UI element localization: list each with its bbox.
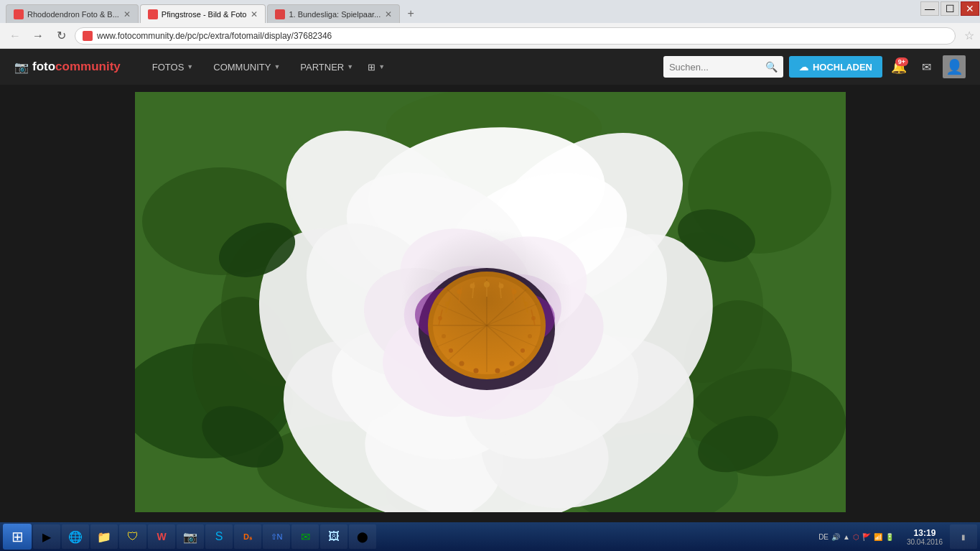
user-avatar[interactable]: 👤 <box>943 55 966 78</box>
tray-up: ▲ <box>843 533 850 541</box>
clock-time: 13:19 <box>914 528 936 538</box>
svg-point-77 <box>401 228 573 372</box>
taskbar: ⊞ ▶ 🌐 📁 🛡 W 📷 S Dₛ ⇧N ✉ <box>0 522 980 551</box>
url-bar[interactable]: www.fotocommunity.de/pc/pc/extra/fotomai… <box>75 27 956 45</box>
browser-window: Rhododendron Foto & B... ✕ Pfingstrose -… <box>0 0 980 522</box>
grid-icon: ⊞ <box>368 62 375 73</box>
design-icon: Dₛ <box>243 532 252 542</box>
community-caret: ▼ <box>274 63 280 70</box>
grid-caret: ▼ <box>378 63 385 70</box>
browser-maximize-button[interactable]: ☐ <box>941 1 959 16</box>
tab-pfingstrose[interactable]: Pfingstrose - Bild & Foto ✕ <box>140 4 266 23</box>
search-input[interactable] <box>669 62 762 73</box>
photo-icon: 📷 <box>183 530 197 544</box>
show-desktop-button[interactable]: ▮ <box>950 524 977 549</box>
taskbar-shift[interactable]: ⇧N <box>263 524 290 549</box>
taskbar-photo[interactable]: 📷 <box>177 524 204 549</box>
nav-right: 🔍 ☁ HOCHLADEN 🔔 9+ ✉ 👤 <box>663 55 966 78</box>
taskbar-security[interactable]: 🛡 <box>119 524 146 549</box>
tab-bar: Rhododendron Foto & B... ✕ Pfingstrose -… <box>0 0 980 23</box>
media-icon: ▶ <box>42 530 51 544</box>
new-tab-button[interactable]: + <box>401 4 420 23</box>
chrome-icon: ⬤ <box>357 531 368 542</box>
flower-image <box>135 92 846 512</box>
back-button[interactable]: ← <box>6 27 24 45</box>
tray-lang: DE <box>818 533 829 541</box>
ie-icon: 🌐 <box>68 530 83 544</box>
browser-minimize-button[interactable]: — <box>920 1 939 16</box>
notification-badge: 9+ <box>895 57 908 66</box>
taskbar-design[interactable]: Dₛ <box>234 524 261 549</box>
taskbar-chrome[interactable]: ⬤ <box>349 524 376 549</box>
tab-label-3: 1. Bundesliga: Spielpaar... <box>289 10 381 19</box>
tray-network: 📶 <box>874 533 882 541</box>
address-bar: ← → ↻ www.fotocommunity.de/pc/pc/extra/f… <box>0 23 980 49</box>
skype-icon: S <box>215 530 223 543</box>
site-navbar: 📷 fotocommunity FOTOS ▼ COMMUNITY ▼ PART… <box>0 49 980 85</box>
nav-grid[interactable]: ⊞ ▼ <box>363 49 389 85</box>
bookmark-button[interactable]: ☆ <box>964 29 974 42</box>
taskbar-skype[interactable]: S <box>205 524 233 549</box>
tab-close-2[interactable]: ✕ <box>251 9 258 19</box>
upload-label: HOCHLADEN <box>813 62 872 73</box>
clock-date: 30.04.2016 <box>907 538 943 546</box>
tab-close-3[interactable]: ✕ <box>385 9 392 19</box>
mail-button[interactable]: ✉ <box>915 56 937 78</box>
start-button[interactable]: ⊞ <box>3 524 32 550</box>
tab-favicon-2 <box>148 9 158 19</box>
taskbar-word[interactable]: W <box>148 524 175 549</box>
word-icon: W <box>157 531 166 542</box>
tab-close-1[interactable]: ✕ <box>123 9 131 19</box>
partner-caret: ▼ <box>347 63 353 70</box>
tab-bundesliga[interactable]: 1. Bundesliga: Spielpaar... ✕ <box>267 4 400 23</box>
folder-icon: 📁 <box>97 530 111 544</box>
tray-antivirus2: 🚩 <box>862 533 871 541</box>
fotos-caret: ▼ <box>187 63 193 70</box>
tab-favicon-3 <box>275 9 285 19</box>
nav-community[interactable]: COMMUNITY ▼ <box>203 49 290 85</box>
windows-icon: ⊞ <box>11 528 24 545</box>
taskbar-pictures[interactable]: 🖼 <box>320 524 347 549</box>
tray-antivirus1: ⬡ <box>853 533 859 541</box>
desktop-icon: ▮ <box>961 533 966 541</box>
taskbar-ie[interactable]: 🌐 <box>62 524 89 549</box>
nav-partner[interactable]: PARTNER ▼ <box>290 49 363 85</box>
shift-icon: ⇧N <box>271 532 283 542</box>
avatar-icon: 👤 <box>946 58 963 75</box>
mail-icon: ✉ <box>922 60 931 74</box>
tab-rhododendron[interactable]: Rhododendron Foto & B... ✕ <box>6 4 139 23</box>
right-sidebar <box>846 92 981 522</box>
taskbar-explorer[interactable]: 📁 <box>90 524 118 549</box>
forward-button[interactable]: → <box>29 27 47 45</box>
tray-battery: 🔋 <box>885 533 894 541</box>
system-tray: DE 🔊 ▲ ⬡ 🚩 📶 🔋 <box>813 533 900 541</box>
taskbar-media-player[interactable]: ▶ <box>33 524 60 549</box>
refresh-button[interactable]: ↻ <box>52 27 70 45</box>
pictures-icon: 🖼 <box>328 530 340 543</box>
photo-display <box>135 92 846 512</box>
main-content <box>0 85 980 522</box>
site-favicon <box>83 31 93 41</box>
browser-close-button[interactable]: ✕ <box>961 1 979 16</box>
notification-button[interactable]: 🔔 9+ <box>888 56 910 78</box>
nav-menu: FOTOS ▼ COMMUNITY ▼ PARTNER ▼ ⊞ ▼ <box>142 49 663 85</box>
search-box[interactable]: 🔍 <box>663 56 783 78</box>
url-text: www.fotocommunity.de/pc/pc/extra/fotomai… <box>97 31 948 41</box>
tray-volume: 🔊 <box>831 533 840 541</box>
upload-button[interactable]: ☁ HOCHLADEN <box>789 56 882 78</box>
tab-label-2: Pfingstrose - Bild & Foto <box>162 10 247 19</box>
camera-icon: 📷 <box>14 60 29 74</box>
logo-text: fotocommunity <box>32 60 121 74</box>
taskbar-mail-app[interactable]: ✉ <box>291 524 319 549</box>
tab-favicon-1 <box>14 9 24 19</box>
site-logo[interactable]: 📷 fotocommunity <box>14 60 121 74</box>
search-icon[interactable]: 🔍 <box>765 61 778 73</box>
left-sidebar <box>0 92 135 522</box>
nav-fotos[interactable]: FOTOS ▼ <box>142 49 203 85</box>
tab-label-1: Rhododendron Foto & B... <box>27 10 119 19</box>
cloud-icon: ☁ <box>799 62 808 73</box>
mail-app-icon: ✉ <box>301 530 310 544</box>
clock[interactable]: 13:19 30.04.2016 <box>901 527 948 547</box>
shield-icon: 🛡 <box>127 530 139 543</box>
